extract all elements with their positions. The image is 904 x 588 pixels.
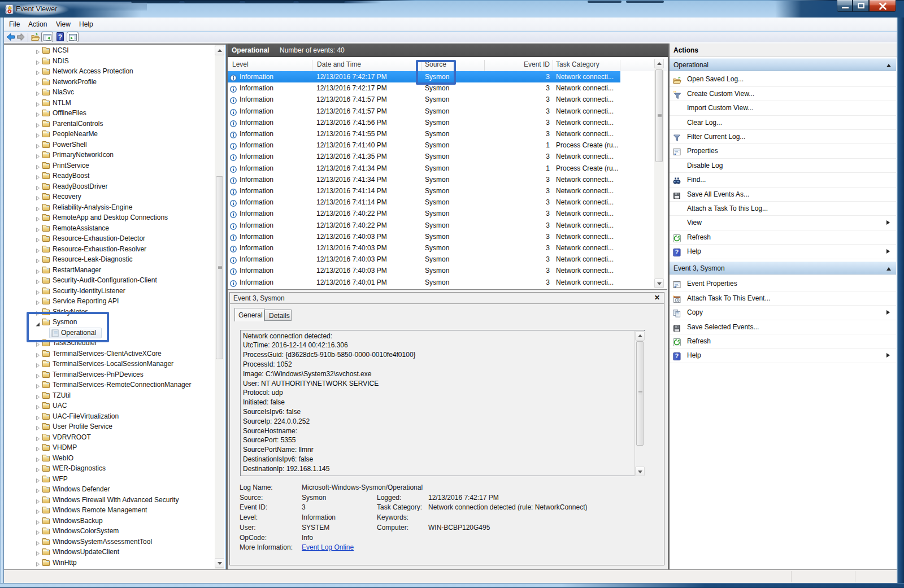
svg-text:?: ? <box>675 353 679 360</box>
svg-text:?: ? <box>675 249 679 256</box>
